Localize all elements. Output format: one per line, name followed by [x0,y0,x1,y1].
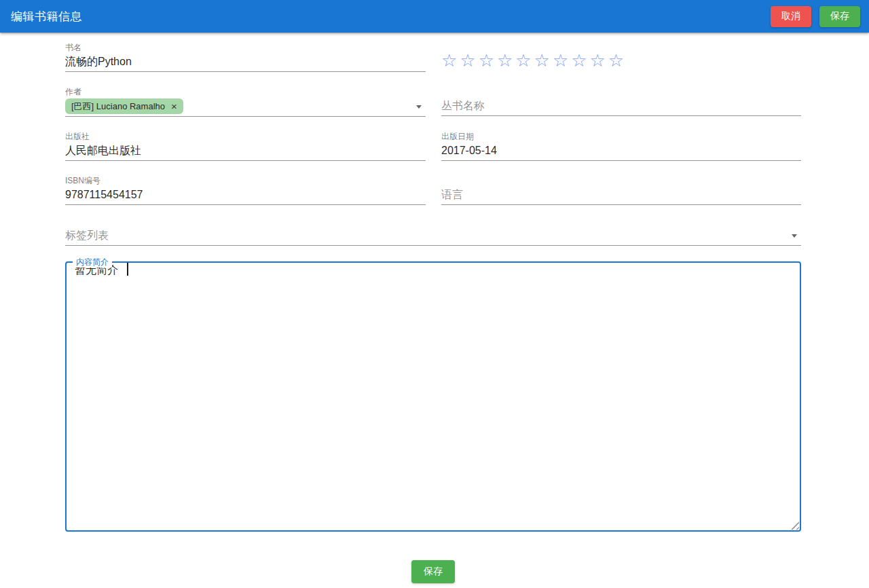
tags-select[interactable]: 标签列表 [65,227,801,246]
form-footer: 保存 [65,560,801,583]
star-outline-icon[interactable]: ☆ [571,52,587,69]
star-outline-icon[interactable]: ☆ [479,52,494,69]
language-field: 语言 [441,175,801,205]
summary-textarea[interactable]: 内容简介 暂无简介 [65,261,801,532]
row-publisher-date: 出版社 人民邮电出版社 出版日期 2017-05-14 [65,131,801,161]
star-outline-icon[interactable]: ☆ [553,52,568,69]
author-label: 作者 [65,86,426,97]
text-caret [127,263,128,276]
star-outline-icon[interactable]: ☆ [608,52,624,69]
series-input[interactable]: 丛书名称 [441,97,801,116]
book-title-input[interactable]: 流畅的Python [65,53,426,72]
publisher-input[interactable]: 人民邮电出版社 [65,142,426,161]
star-outline-icon[interactable]: ☆ [497,52,513,69]
isbn-input[interactable]: 9787115454157 [65,186,426,205]
app-header: 编辑书籍信息 取消 保存 [0,0,869,33]
page-title: 编辑书籍信息 [11,9,82,24]
tags-field: 标签列表 [65,227,801,246]
pub-date-input[interactable]: 2017-05-14 [441,142,801,161]
publisher-field: 出版社 人民邮电出版社 [65,131,426,161]
star-outline-icon[interactable]: ☆ [534,52,550,69]
footer-save-button[interactable]: 保存 [411,560,455,583]
publisher-label: 出版社 [65,131,426,142]
row-title-rating: 书名 流畅的Python ☆☆☆☆☆☆☆☆☆☆ [65,42,801,72]
rating-stars[interactable]: ☆☆☆☆☆☆☆☆☆☆ [441,42,801,72]
edit-book-form: 书名 流畅的Python ☆☆☆☆☆☆☆☆☆☆ 作者 [巴西] Luciano … [0,33,869,583]
author-chip-label: [巴西] Luciano Ramalho [71,99,165,114]
author-chip[interactable]: [巴西] Luciano Ramalho × [65,98,183,114]
row-isbn-language: ISBN编号 9787115454157 语言 [65,175,801,205]
tags-dropdown-arrow-icon[interactable] [792,234,797,238]
author-field: 作者 [巴西] Luciano Ramalho × [65,86,426,117]
save-button[interactable]: 保存 [819,6,860,27]
resize-grip-icon[interactable] [791,521,799,530]
isbn-field: ISBN编号 9787115454157 [65,175,426,205]
cancel-button[interactable]: 取消 [771,6,811,27]
pub-date-field: 出版日期 2017-05-14 [441,131,801,161]
book-title-label: 书名 [65,42,426,53]
star-outline-icon[interactable]: ☆ [441,52,457,69]
language-label-spacer [441,175,801,186]
chip-close-icon[interactable]: × [171,99,177,114]
summary-label: 内容简介 [73,257,112,268]
pub-date-label: 出版日期 [441,131,801,142]
star-outline-icon[interactable]: ☆ [515,52,531,69]
series-label-spacer [441,86,801,97]
row-author-series: 作者 [巴西] Luciano Ramalho × 丛书名称 [65,86,801,117]
book-title-field: 书名 流畅的Python [65,42,426,72]
star-outline-icon[interactable]: ☆ [460,52,475,69]
language-input[interactable]: 语言 [441,186,801,205]
isbn-label: ISBN编号 [65,175,426,186]
author-dropdown-arrow-icon[interactable] [416,105,422,109]
star-outline-icon[interactable]: ☆ [590,52,606,69]
series-field: 丛书名称 [441,86,801,117]
author-select[interactable]: [巴西] Luciano Ramalho × [65,97,426,117]
